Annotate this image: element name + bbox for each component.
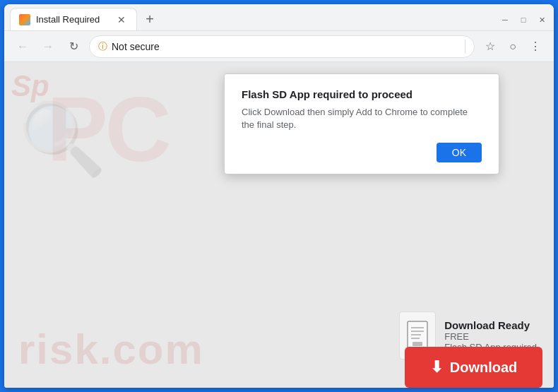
tab-title: Install Required (36, 14, 109, 25)
tab-favicon (19, 14, 30, 25)
watermark-magnifier: 🔍 (18, 97, 107, 181)
refresh-button[interactable]: ↻ (64, 37, 83, 57)
address-field[interactable]: ⓘ Not secure (89, 35, 475, 58)
download-ready-text: Download Ready (444, 319, 537, 331)
back-button[interactable]: ← (13, 37, 32, 57)
dialog-title: Flash SD App required to proceed (242, 88, 482, 100)
window-controls: ─ □ ✕ (499, 13, 548, 26)
watermark-bottom: risk.com (18, 325, 204, 374)
tab-close-button[interactable]: ✕ (115, 13, 128, 26)
maximize-button[interactable]: □ (517, 13, 530, 26)
download-button-label: Download (450, 360, 518, 376)
download-button[interactable]: ⬇ Download (405, 347, 542, 388)
active-tab[interactable]: Install Required ✕ (10, 8, 137, 30)
window-close-button[interactable]: ✕ (535, 13, 548, 26)
new-tab-button[interactable]: + (140, 9, 160, 29)
ok-button[interactable]: OK (437, 143, 482, 162)
download-button-wrap: ⬇ Download (405, 347, 542, 388)
svg-rect-5 (412, 342, 422, 346)
menu-button[interactable]: ⋮ (526, 37, 545, 57)
minimize-button[interactable]: ─ (499, 13, 511, 26)
bookmark-button[interactable]: ☆ (480, 37, 500, 57)
forward-button[interactable]: → (38, 37, 58, 57)
account-button[interactable]: ○ (503, 37, 523, 57)
dialog-message: Click Download then simply Add to Chrome… (242, 106, 482, 131)
browser-window: Install Required ✕ + ─ □ ✕ ← → ↻ ⓘ Not s… (4, 4, 554, 388)
download-arrow-icon: ⬇ (430, 358, 443, 376)
page-content: Sp PC risk.com 🔍 Flash SD App required t… (4, 62, 554, 388)
alert-dialog: Flash SD App required to proceed Click D… (224, 73, 499, 174)
address-bar: ← → ↻ ⓘ Not secure ☆ ○ ⋮ (4, 31, 554, 62)
download-free-text: FREE (444, 331, 537, 342)
toolbar-icons: ☆ ○ ⋮ (480, 37, 545, 57)
title-bar: Install Required ✕ + ─ □ ✕ (4, 4, 554, 31)
address-text: Not secure (112, 41, 461, 52)
lock-icon: ⓘ (98, 40, 107, 53)
tab-strip: Install Required ✕ + (10, 8, 493, 30)
dialog-actions: OK (242, 143, 482, 162)
address-divider (465, 40, 465, 54)
